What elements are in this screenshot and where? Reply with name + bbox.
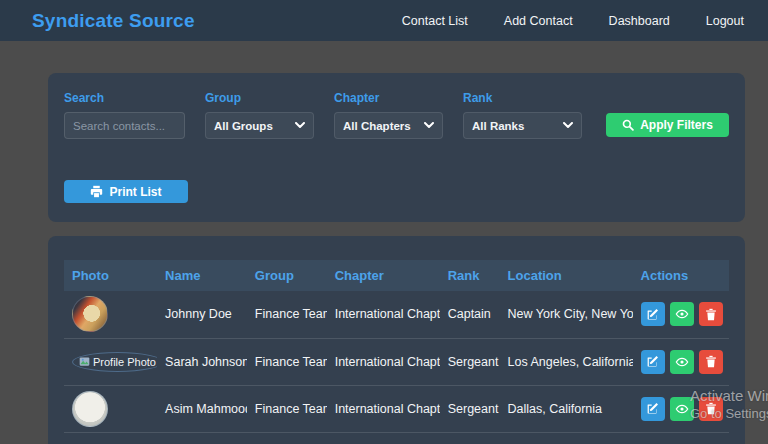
eye-icon (675, 402, 689, 416)
broken-image-placeholder: Profile Photo (72, 352, 157, 372)
edit-icon (646, 308, 659, 321)
row-actions (641, 350, 729, 374)
header-photo: Photo (64, 260, 157, 291)
broken-image-icon (79, 356, 90, 367)
chevron-down-icon (563, 122, 573, 129)
trash-icon (705, 355, 717, 368)
contact-avatar (72, 391, 108, 427)
print-list-button[interactable]: Print List (64, 180, 188, 203)
main-content: Search Group All Groups Chapter All Chap… (0, 41, 768, 444)
group-select[interactable]: All Groups (205, 112, 314, 139)
cell-location: Dallas, California (500, 385, 633, 432)
header-group: Group (247, 260, 327, 291)
brand-title[interactable]: Syndicate Source (32, 10, 195, 32)
cell-location: New York City, New York (500, 291, 633, 338)
contact-avatar (72, 296, 108, 332)
row-actions (641, 302, 729, 326)
delete-button[interactable] (699, 397, 723, 421)
cell-chapter: International Chapter (327, 338, 440, 385)
edit-button[interactable] (641, 302, 665, 326)
printer-icon (90, 185, 103, 198)
group-label: Group (205, 91, 314, 105)
header-name: Name (157, 260, 247, 291)
cell-name: Johnny Doe (157, 291, 247, 338)
trash-icon (705, 402, 717, 415)
edit-icon (646, 355, 659, 368)
row-actions (641, 397, 729, 421)
contacts-table-card: Photo Name Group Chapter Rank Location A… (48, 236, 745, 444)
cell-name: Sarah Johnson (157, 338, 247, 385)
cell-chapter: International Chapter (327, 385, 440, 432)
chapter-select[interactable]: All Chapters (334, 112, 443, 139)
edit-button[interactable] (641, 397, 665, 421)
rank-select-value: All Ranks (472, 120, 524, 132)
view-button[interactable] (670, 397, 694, 421)
delete-button[interactable] (699, 302, 723, 326)
search-label: Search (64, 91, 185, 105)
navbar: Syndicate Source Contact List Add Contac… (0, 0, 768, 41)
edit-button[interactable] (641, 350, 665, 374)
chapter-label: Chapter (334, 91, 443, 105)
header-actions: Actions (633, 260, 729, 291)
trash-icon (705, 308, 717, 321)
cell-group: Finance Team (247, 338, 327, 385)
header-chapter: Chapter (327, 260, 440, 291)
chevron-down-icon (295, 122, 305, 129)
table-row: Johnny Doe Finance Team International Ch… (64, 291, 729, 338)
view-button[interactable] (670, 302, 694, 326)
nav-item-dashboard[interactable]: Dashboard (609, 14, 670, 28)
print-list-label: Print List (109, 185, 161, 199)
rank-select[interactable]: All Ranks (463, 112, 582, 139)
chevron-down-icon (424, 122, 434, 129)
nav-item-add-contact[interactable]: Add Contact (504, 14, 573, 28)
header-rank: Rank (440, 260, 500, 291)
cell-group: Finance Team (247, 291, 327, 338)
group-filter-group: Group All Groups (205, 91, 314, 139)
apply-filters-label: Apply Filters (640, 118, 713, 132)
edit-icon (646, 402, 659, 415)
search-filter-group: Search (64, 91, 185, 139)
nav-item-logout[interactable]: Logout (706, 14, 744, 28)
chapter-filter-group: Chapter All Chapters (334, 91, 443, 139)
header-location: Location (500, 260, 633, 291)
chapter-select-value: All Chapters (343, 120, 411, 132)
cell-name: Asim Mahmood (157, 385, 247, 432)
eye-icon (675, 307, 689, 321)
cell-rank: Sergeant (440, 385, 500, 432)
nav-links: Contact List Add Contact Dashboard Logou… (402, 14, 744, 28)
search-icon (622, 119, 634, 131)
delete-button[interactable] (699, 350, 723, 374)
table-row: Asim Mahmood Finance Team International … (64, 385, 729, 432)
contacts-table: Photo Name Group Chapter Rank Location A… (64, 260, 729, 433)
filter-panel: Search Group All Groups Chapter All Chap… (48, 73, 745, 222)
cell-rank: Sergeant (440, 338, 500, 385)
eye-icon (675, 355, 689, 369)
table-header-row: Photo Name Group Chapter Rank Location A… (64, 260, 729, 291)
cell-chapter: International Chapter (327, 291, 440, 338)
apply-filters-button[interactable]: Apply Filters (606, 113, 729, 137)
table-row: Profile Photo Sarah Johnson Finance Team… (64, 338, 729, 385)
rank-filter-group: Rank All Ranks (463, 91, 582, 139)
search-input[interactable] (64, 112, 185, 139)
view-button[interactable] (670, 350, 694, 374)
group-select-value: All Groups (214, 120, 273, 132)
photo-alt-text: Profile Photo (93, 356, 156, 368)
nav-item-contact-list[interactable]: Contact List (402, 14, 468, 28)
cell-group: Finance Team (247, 385, 327, 432)
rank-label: Rank (463, 91, 582, 105)
cell-location: Los Angeles, California (500, 338, 633, 385)
cell-rank: Captain (440, 291, 500, 338)
